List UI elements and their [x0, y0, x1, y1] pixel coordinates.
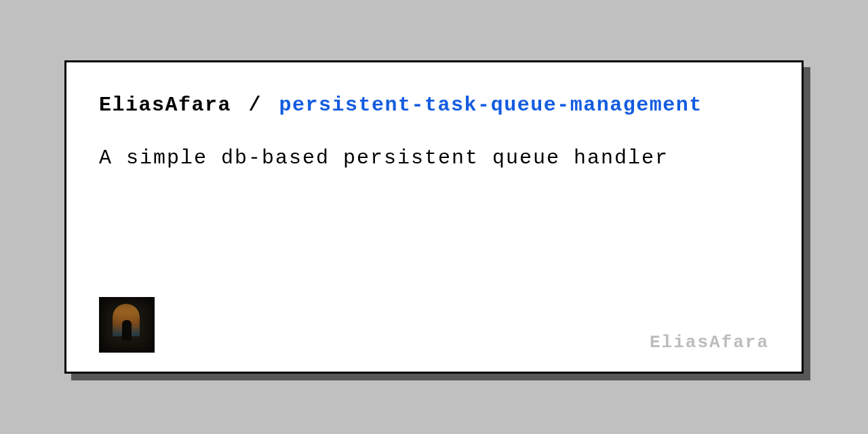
avatar[interactable]: [99, 297, 155, 353]
repo-link[interactable]: persistent-task-queue-management: [279, 94, 703, 117]
repo-title-line: EliasAfara / persistent-task-queue-manag…: [99, 92, 769, 119]
path-separator: /: [249, 94, 262, 117]
avatar-vignette-icon: [99, 297, 155, 353]
owner-link[interactable]: EliasAfara: [99, 94, 231, 117]
repo-description: A simple db-based persistent queue handl…: [99, 144, 769, 172]
signature-label: EliasAfara: [650, 332, 769, 353]
repo-card: EliasAfara / persistent-task-queue-manag…: [64, 60, 804, 374]
card-footer: EliasAfara: [99, 297, 769, 353]
